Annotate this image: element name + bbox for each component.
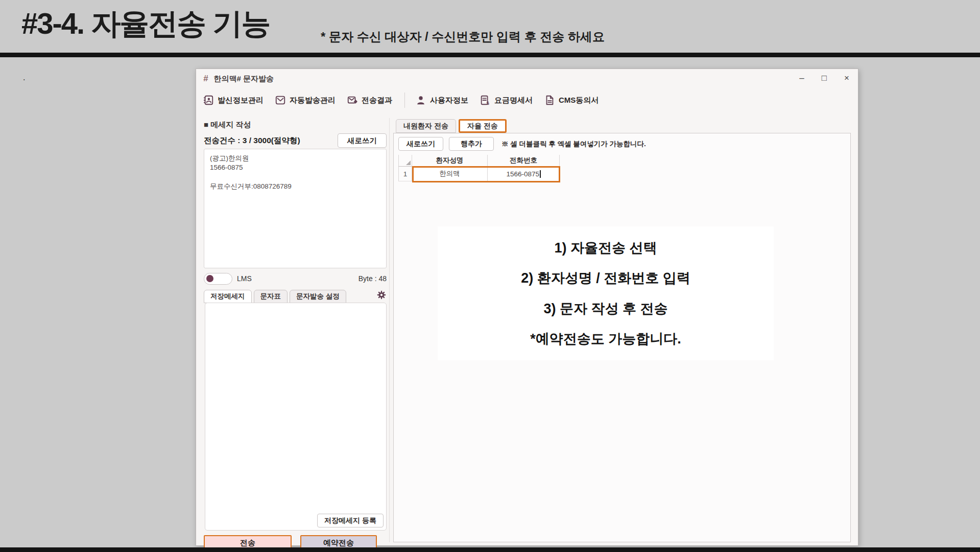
instruction-line: 3) 문자 작성 후 전송: [438, 300, 774, 318]
page-title: #3-4. 자율전송 기능: [21, 4, 270, 44]
tab-free-send[interactable]: 자율 전송: [459, 119, 507, 133]
column-header-name: 환자성명: [412, 155, 488, 167]
svg-text:$: $: [487, 101, 489, 106]
tab-saved-messages[interactable]: 저장메세지: [204, 290, 252, 303]
cms-doc-button[interactable]: CMS동의서: [544, 95, 599, 106]
recipient-tabs: 내원환자 전송 자율 전송: [396, 118, 509, 133]
phone-number-cell[interactable]: 1566-0875: [488, 167, 560, 181]
instruction-line: 1) 자율전송 선택: [438, 239, 774, 257]
lms-row: LMS Byte : 48: [204, 272, 387, 285]
send-result-icon: [347, 95, 358, 106]
register-saved-message-button[interactable]: 저장메세지 등록: [317, 514, 384, 527]
message-textarea[interactable]: (광고)한의원 1566-0875 무료수신거부:0808726789: [204, 149, 387, 268]
toolbar-label: 자동발송관리: [290, 96, 336, 105]
settings-gear-icon[interactable]: [376, 290, 387, 302]
tab-send-settings[interactable]: 문자발송 설정: [290, 290, 346, 303]
bottom-divider-bar: [0, 547, 980, 552]
billing-button[interactable]: $ 요금명세서: [480, 95, 533, 106]
recipients-button-row: 새로쓰기 행추가 ※ 셀 더블클릭 후 엑셀 붙여넣기가 가능합니다.: [398, 137, 646, 151]
app-window: # 한의맥# 문자발송 – □ × 발신정보관리: [196, 68, 858, 546]
compose-section-title: ■ 메세지 작성: [204, 120, 389, 130]
toolbar-label: 발신정보관리: [218, 96, 264, 105]
compose-tabs: 저장메세지 문자표 문자발송 설정: [204, 289, 387, 303]
billing-icon: $: [480, 95, 491, 106]
cms-doc-icon: [544, 95, 555, 106]
panel-divider: [389, 118, 390, 542]
saved-messages-list[interactable]: 저장메세지 등록: [205, 303, 387, 531]
compose-rewrite-button[interactable]: 새로쓰기: [338, 133, 387, 148]
recipients-panel: 내원환자 전송 자율 전송 새로쓰기 행추가 ※ 셀 더블클릭 후 엑셀 붙여넣…: [393, 118, 851, 542]
lms-toggle[interactable]: [204, 273, 232, 285]
instruction-line: *예약전송도 가능합니다.: [438, 330, 774, 348]
text-cursor: [540, 170, 541, 178]
stray-dot: .: [23, 73, 25, 82]
send-result-button[interactable]: 전송결과: [347, 95, 392, 106]
window-controls: – □ ×: [791, 69, 858, 88]
column-header-phone: 전화번호: [488, 155, 560, 167]
excel-paste-hint: ※ 셀 더블클릭 후 엑셀 붙여넣기가 가능합니다.: [501, 140, 646, 149]
toolbar: 발신정보관리 자동발송관리 전송결과: [196, 88, 858, 112]
tab-symbol-table[interactable]: 문자표: [254, 290, 288, 303]
instruction-line: 2) 환자성명 / 전화번호 입력: [438, 269, 774, 287]
corner-triangle-icon: [406, 160, 411, 165]
sender-info-icon: [203, 95, 214, 106]
maximize-button[interactable]: □: [813, 69, 835, 88]
toolbar-label: 요금명세서: [494, 96, 533, 105]
send-count-label: 전송건수 : 3 / 3000(절약형): [204, 136, 300, 145]
toolbar-label: 전송결과: [362, 96, 392, 105]
patient-name-cell[interactable]: 한의맥: [412, 167, 488, 181]
table-header-row: 환자성명 전화번호: [398, 155, 560, 167]
toolbar-label: CMS동의서: [559, 96, 599, 105]
user-info-button[interactable]: 사용자정보: [415, 95, 468, 106]
phone-number-value: 1566-0875: [506, 170, 539, 178]
add-row-button[interactable]: 행추가: [449, 137, 494, 151]
auto-send-button[interactable]: 자동발송관리: [275, 95, 336, 106]
table-row: 1 한의맥 1566-0875: [398, 167, 560, 181]
user-info-icon: [415, 95, 426, 106]
send-count-row: 전송건수 : 3 / 3000(절약형) 새로쓰기: [204, 133, 389, 148]
window-titlebar: # 한의맥# 문자발송 – □ ×: [196, 69, 858, 88]
compose-panel: ■ 메세지 작성 전송건수 : 3 / 3000(절약형) 새로쓰기 (광고)한…: [204, 120, 389, 546]
minimize-button[interactable]: –: [791, 69, 813, 88]
page-subtitle: * 문자 수신 대상자 / 수신번호만 입력 후 전송 하세요: [321, 29, 605, 45]
window-title: 한의맥# 문자발송: [213, 74, 274, 84]
instruction-box: 1) 자율전송 선택 2) 환자성명 / 전화번호 입력 3) 문자 작성 후 …: [438, 226, 774, 360]
toolbar-divider: [404, 93, 405, 108]
auto-send-icon: [275, 95, 286, 106]
sender-info-button[interactable]: 발신정보관리: [203, 95, 264, 106]
app-logo-icon: #: [203, 74, 208, 84]
lms-label: LMS: [237, 274, 252, 283]
tab-visiting-patients[interactable]: 내원환자 전송: [396, 119, 456, 133]
row-number-cell: 1: [398, 167, 412, 181]
toolbar-label: 사용자정보: [430, 96, 468, 105]
recipients-content: 새로쓰기 행추가 ※ 셀 더블클릭 후 엑셀 붙여넣기가 가능합니다. 환자성명…: [393, 133, 851, 542]
table-corner-cell: [398, 155, 412, 167]
close-button[interactable]: ×: [835, 69, 858, 88]
byte-count-label: Byte : 48: [358, 274, 387, 283]
recipients-table: 환자성명 전화번호 1 한의맥 1566-0875: [398, 155, 560, 181]
lms-toggle-dot: [206, 275, 213, 282]
recipients-rewrite-button[interactable]: 새로쓰기: [398, 137, 443, 151]
top-divider-bar: [0, 53, 980, 57]
